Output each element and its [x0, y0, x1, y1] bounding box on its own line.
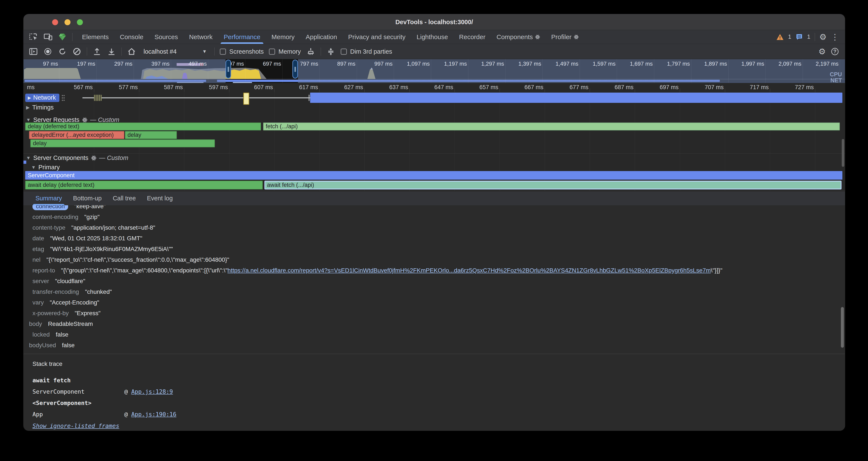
report-to-url-link[interactable]: https://a.nel.cloudflare.com/report/v4?s… [227, 267, 711, 274]
property-row-vary[interactable]: vary"Accept-Encoding" [24, 297, 845, 308]
collect-garbage-icon[interactable] [306, 47, 315, 56]
property-key: content-type [32, 224, 65, 231]
tab-lighthouse[interactable]: Lighthouse [411, 30, 454, 44]
timeline-event-delay[interactable]: delay [30, 139, 215, 147]
download-profile-icon[interactable] [107, 47, 116, 56]
memory-checkbox-group[interactable]: Memory [269, 48, 301, 55]
dim-3rd-parties-checkbox[interactable] [341, 49, 347, 55]
warning-icon[interactable] [776, 34, 784, 40]
primary-subtrack-label[interactable]: ▼ Primary [31, 164, 60, 171]
details-tab-bottom-up[interactable]: Bottom-up [67, 191, 107, 205]
overview-tick-label: 1,297 ms [461, 60, 504, 67]
overview-window-left-handle[interactable]: ∥ [225, 60, 231, 79]
overview-tick-label: 597 ms [201, 60, 244, 67]
inspect-element-icon[interactable] [29, 33, 38, 41]
atom-icon [535, 34, 540, 39]
timeline-event-delay-deferred-text[interactable]: delay (deferred text) [25, 122, 261, 131]
tab-sources[interactable]: Sources [149, 30, 183, 44]
clear-icon[interactable] [72, 47, 82, 56]
details-tab-call-tree[interactable]: Call tree [107, 191, 142, 205]
tab-network[interactable]: Network [183, 30, 218, 44]
capture-settings-gear-icon[interactable]: ⚙ [818, 48, 826, 56]
tracks-scrollbar-thumb[interactable] [842, 139, 844, 167]
toggle-sidebar-icon[interactable] [29, 47, 38, 56]
overview-tick-label: 697 ms [238, 60, 281, 67]
ruler-tick-label: 617 ms [273, 84, 318, 91]
network-request-candle[interactable] [243, 93, 249, 105]
record-button[interactable] [43, 47, 53, 56]
collapse-tracks-icon[interactable] [326, 47, 336, 56]
home-icon[interactable] [127, 47, 136, 56]
memory-checkbox[interactable] [269, 49, 275, 55]
tab-memory[interactable]: Memory [266, 30, 300, 44]
screenshots-checkbox-group[interactable]: Screenshots [220, 48, 264, 55]
property-row-transfer-encoding[interactable]: transfer-encoding"chunked" [24, 287, 845, 297]
property-key: body [29, 320, 42, 327]
timeline-event-delayederror-ayed-exception[interactable]: delayedError (...ayed exception) [29, 131, 124, 139]
property-row-connection[interactable]: connection"keep-alive" [24, 205, 845, 212]
property-row-body[interactable]: bodyReadableStream [24, 319, 845, 329]
property-value: "chunked" [85, 288, 112, 295]
stack-trace-title: Stack trace [32, 361, 845, 367]
property-row-server[interactable]: server"cloudflare" [24, 276, 845, 287]
tab-label: Components [497, 33, 533, 40]
timeline-event-fetch-api[interactable]: fetch (.../api) [263, 122, 840, 131]
network-track[interactable]: ▶ Network [24, 92, 845, 104]
upload-profile-icon[interactable] [92, 47, 102, 56]
show-ignore-listed-frames-link[interactable]: Show ignore-listed frames [32, 423, 119, 429]
tab-console[interactable]: Console [114, 30, 149, 44]
details-tab-event-log[interactable]: Event log [142, 191, 178, 205]
help-icon[interactable]: ? [831, 48, 839, 55]
details-tab-summary[interactable]: Summary [30, 191, 67, 205]
timeline-event-await-fetch-api[interactable]: await fetch (.../api) [265, 181, 841, 190]
network-track-label[interactable]: ▶ Network [25, 94, 59, 102]
property-value: ReadableStream [48, 320, 93, 327]
property-row-date[interactable]: date"Wed, 01 Oct 2025 18:32:01 GMT" [24, 233, 845, 244]
network-request-bar[interactable] [310, 93, 842, 103]
tab-profiler[interactable]: Profiler [546, 30, 584, 44]
property-row-content-encoding[interactable]: content-encoding"gzip" [24, 212, 845, 222]
device-toolbar-icon[interactable] [43, 33, 53, 41]
property-row-etag[interactable]: etag"W/\"4b1-RjEJloX9kRinu6F0MAZMmy6E5iA… [24, 244, 845, 255]
timeline-overview[interactable]: CPU NET 97 ms197 ms297 ms397 ms497 ms597… [24, 59, 845, 83]
property-value: "gzip" [84, 213, 99, 221]
kebab-menu-icon[interactable]: ⋮ [831, 33, 839, 41]
tab-elements[interactable]: Elements [76, 30, 114, 44]
reload-and-record-icon[interactable] [58, 47, 67, 56]
property-row-content-type[interactable]: content-type"application/json; charset=u… [24, 222, 845, 233]
property-row-bodyused[interactable]: bodyUsedfalse [24, 340, 845, 351]
property-row-report-to[interactable]: report-to"{\"group\":\"cf-nel\",\"max_ag… [24, 265, 845, 276]
property-row-locked[interactable]: lockedfalse [24, 329, 845, 340]
issues-message-icon[interactable] [796, 34, 803, 40]
screenshots-label: Screenshots [229, 48, 264, 55]
timeline-tracks[interactable]: ▶ Network ▶ Timings ▼ Server Requests — … [24, 92, 845, 191]
tab-application[interactable]: Application [300, 30, 343, 44]
tab-recorder[interactable]: Recorder [454, 30, 491, 44]
overview-window-right-handle[interactable]: ∥ [292, 60, 298, 79]
timeline-event-servercomponent[interactable]: ServerComponent [25, 171, 842, 180]
property-row-nel[interactable]: nel"{\"report_to\":\"cf-nel\",\"success_… [24, 255, 845, 265]
ruler-tick-label: 727 ms [769, 84, 814, 91]
history-select-value: localhost #4 [144, 48, 177, 55]
tab-privacy-and-security[interactable]: Privacy and security [343, 30, 411, 44]
settings-gear-icon[interactable]: ⚙ [819, 33, 827, 41]
frame-source-link[interactable]: App.js:128:9 [131, 388, 173, 395]
overview-tick-label: 1,997 ms [721, 60, 764, 67]
divider [815, 33, 815, 41]
screenshots-checkbox[interactable] [220, 49, 226, 55]
property-row-x-powered-by[interactable]: x-powered-by"Express" [24, 308, 845, 319]
timeline-event-await-delay-deferred-text[interactable]: await delay (deferred text) [25, 181, 263, 190]
tab-performance[interactable]: Performance [218, 30, 266, 44]
frame-source-link[interactable]: App.js:190:16 [131, 411, 177, 417]
timings-track-label[interactable]: ▶ Timings [26, 104, 54, 111]
details-scrollbar-thumb[interactable] [841, 307, 844, 348]
history-select[interactable]: localhost #4 ▼ [142, 48, 209, 55]
server-components-track-label[interactable]: ▼ Server Components — Custom [26, 154, 128, 162]
overview-tick-label: 1,197 ms [424, 60, 467, 67]
tab-components[interactable]: Components [491, 30, 546, 44]
tab-label: Lighthouse [417, 33, 448, 40]
track-drag-grip[interactable] [62, 94, 65, 102]
timeline-event-delay[interactable]: delay [125, 131, 177, 139]
dim-3rd-parties-checkbox-group[interactable]: Dim 3rd parties [341, 48, 392, 55]
property-value: "Accept-Encoding" [50, 299, 99, 306]
